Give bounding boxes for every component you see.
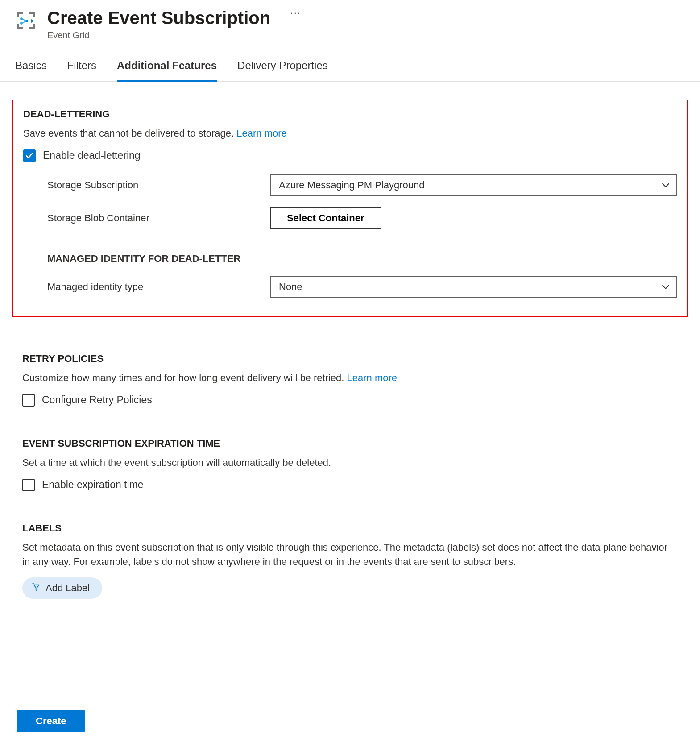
tab-additional-features[interactable]: Additional Features <box>117 53 217 82</box>
event-grid-icon <box>15 10 37 31</box>
retry-policies-desc-text: Customize how many times and for how lon… <box>22 372 347 383</box>
enable-dead-lettering-checkbox[interactable] <box>23 149 36 162</box>
managed-identity-type-value: None <box>279 281 302 292</box>
storage-subscription-select[interactable]: Azure Messaging PM Playground <box>270 174 677 196</box>
tab-basics[interactable]: Basics <box>15 53 47 82</box>
managed-identity-heading: MANAGED IDENTITY FOR DEAD-LETTER <box>47 253 677 265</box>
enable-dead-lettering-label: Enable dead-lettering <box>43 149 141 162</box>
storage-subscription-label: Storage Subscription <box>47 179 270 191</box>
add-label-button[interactable]: Add Label <box>22 577 102 599</box>
svg-rect-6 <box>17 24 19 29</box>
page-subtitle: Event Grid <box>47 30 685 41</box>
retry-policies-desc: Customize how many times and for how lon… <box>22 371 678 385</box>
enable-expiration-label: Enable expiration time <box>42 479 144 491</box>
labels-section: LABELS Set metadata on this event subscr… <box>12 523 688 599</box>
labels-desc: Set metadata on this event subscription … <box>22 540 678 569</box>
storage-blob-container-label: Storage Blob Container <box>47 212 270 224</box>
dead-lettering-learn-more-link[interactable]: Learn more <box>236 128 287 139</box>
managed-identity-type-label: Managed identity type <box>47 281 270 293</box>
storage-subscription-value: Azure Messaging PM Playground <box>279 179 425 191</box>
configure-retry-label: Configure Retry Policies <box>42 394 152 406</box>
add-filter-icon <box>30 582 40 594</box>
retry-policies-heading: RETRY POLICIES <box>22 353 678 365</box>
expiration-section: EVENT SUBSCRIPTION EXPIRATION TIME Set a… <box>12 438 688 491</box>
chevron-down-icon <box>661 282 670 291</box>
tab-delivery-properties[interactable]: Delivery Properties <box>237 53 328 82</box>
labels-heading: LABELS <box>22 523 678 534</box>
add-label-text: Add Label <box>46 582 90 594</box>
create-button[interactable]: Create <box>17 710 85 732</box>
chevron-down-icon <box>661 181 670 190</box>
retry-policies-section: RETRY POLICIES Customize how many times … <box>12 353 688 407</box>
tab-filters[interactable]: Filters <box>67 53 96 82</box>
svg-rect-7 <box>33 24 35 29</box>
managed-identity-type-select[interactable]: None <box>270 276 677 298</box>
dead-lettering-desc-text: Save events that cannot be delivered to … <box>23 128 236 139</box>
select-container-button[interactable]: Select Container <box>270 207 381 229</box>
svg-rect-4 <box>17 12 19 17</box>
expiration-heading: EVENT SUBSCRIPTION EXPIRATION TIME <box>22 438 678 449</box>
dead-lettering-section: DEAD-LETTERING Save events that cannot b… <box>12 100 688 317</box>
page-title: Create Event Subscription <box>47 7 270 29</box>
enable-expiration-checkbox[interactable] <box>22 479 35 491</box>
dead-lettering-heading: DEAD-LETTERING <box>23 108 677 120</box>
retry-learn-more-link[interactable]: Learn more <box>347 372 398 383</box>
more-icon[interactable]: ··· <box>290 7 301 19</box>
tab-bar: Basics Filters Additional Features Deliv… <box>0 53 700 82</box>
dead-lettering-desc: Save events that cannot be delivered to … <box>23 126 677 141</box>
expiration-desc: Set a time at which the event subscripti… <box>22 456 678 470</box>
configure-retry-checkbox[interactable] <box>22 394 35 407</box>
footer-bar: Create <box>0 699 700 751</box>
page-header: Create Event Subscription ··· Event Grid <box>0 0 700 44</box>
svg-rect-5 <box>33 12 35 17</box>
